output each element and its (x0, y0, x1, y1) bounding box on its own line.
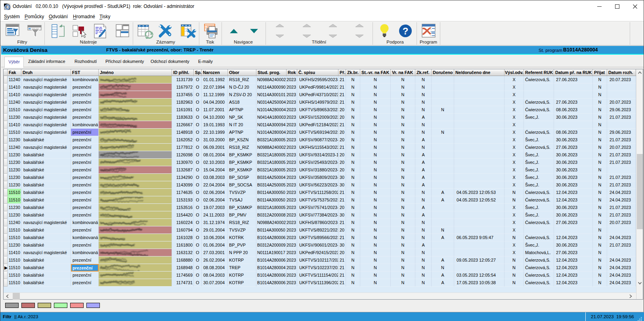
svg-text:?: ? (403, 26, 409, 36)
